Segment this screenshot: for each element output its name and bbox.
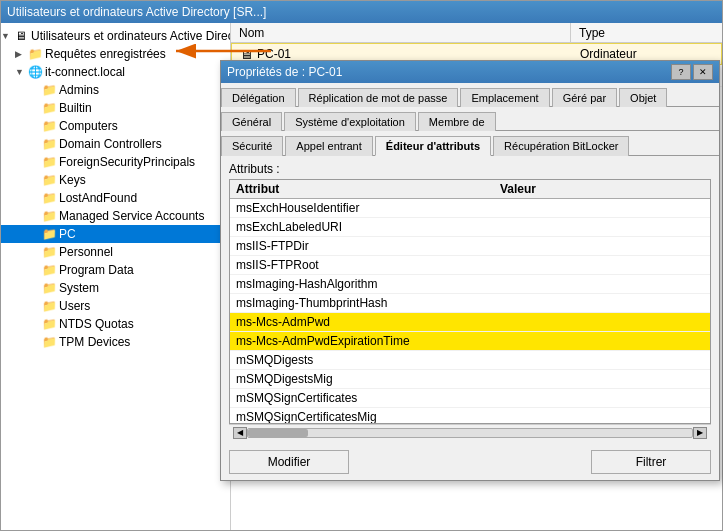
tab-emplacement[interactable]: Emplacement <box>460 88 549 107</box>
attr-value <box>494 199 710 218</box>
attr-name: msIIS-FTPDir <box>230 237 494 256</box>
attr-name: msExchHouseIdentifier <box>230 199 494 218</box>
attr-value <box>494 332 710 351</box>
attr-value <box>494 389 710 408</box>
attr-value <box>494 218 710 237</box>
attr-value <box>494 275 710 294</box>
attr-name: mSMQSignCertificatesMig <box>230 408 494 425</box>
attr-row[interactable]: mSMQSignCertificates <box>230 389 710 408</box>
tab-récupération-bitlocker[interactable]: Récupération BitLocker <box>493 136 629 156</box>
properties-dialog: Propriétés de : PC-01 ? ✕ DélégationRépl… <box>220 60 720 481</box>
hscroll-right[interactable]: ▶ <box>693 427 707 439</box>
hscroll-left[interactable]: ◀ <box>233 427 247 439</box>
tab-délégation[interactable]: Délégation <box>221 88 296 107</box>
value-col-header: Valeur <box>494 180 710 199</box>
attr-name: msImaging-ThumbprintHash <box>230 294 494 313</box>
tab-réplication-de-mot-de-passe[interactable]: Réplication de mot de passe <box>298 88 459 107</box>
filtrer-button[interactable]: Filtrer <box>591 450 711 474</box>
attr-row[interactable]: msIIS-FTPDir <box>230 237 710 256</box>
hscroll-thumb <box>248 429 308 437</box>
attr-name: msIIS-FTPRoot <box>230 256 494 275</box>
tab-système-d'exploitation[interactable]: Système d'exploitation <box>284 112 416 131</box>
hscroll-track[interactable] <box>247 428 693 438</box>
attr-row[interactable]: msExchLabeledURI <box>230 218 710 237</box>
tab-membre-de[interactable]: Membre de <box>418 112 496 131</box>
tab-appel-entrant[interactable]: Appel entrant <box>285 136 372 156</box>
attr-value <box>494 351 710 370</box>
attrs-table: Attribut Valeur msExchHouseIdentifier ms… <box>230 180 710 424</box>
attr-row[interactable]: msImaging-ThumbprintHash <box>230 294 710 313</box>
attr-row[interactable]: msIIS-FTPRoot <box>230 256 710 275</box>
attr-row[interactable]: mSMQSignCertificatesMig <box>230 408 710 425</box>
attr-value <box>494 237 710 256</box>
attr-name: mSMQDigests <box>230 351 494 370</box>
attr-name: msExchLabeledURI <box>230 218 494 237</box>
dialog-footer: Modifier Filtrer <box>221 444 719 480</box>
attr-value <box>494 313 710 332</box>
attr-name: ms-Mcs-AdmPwdExpirationTime <box>230 332 494 351</box>
tab-row-1: DélégationRéplication de mot de passeEmp… <box>221 83 719 107</box>
attr-name: mSMQSignCertificates <box>230 389 494 408</box>
attr-row[interactable]: msExchHouseIdentifier <box>230 199 710 218</box>
attrs-table-wrap[interactable]: Attribut Valeur msExchHouseIdentifier ms… <box>229 179 711 424</box>
attr-value <box>494 256 710 275</box>
attr-value <box>494 408 710 425</box>
attr-name: mSMQDigestsMig <box>230 370 494 389</box>
attr-row[interactable]: ms-Mcs-AdmPwd <box>230 313 710 332</box>
dialog-title: Propriétés de : PC-01 <box>227 65 342 79</box>
tab-éditeur-d'attributs[interactable]: Éditeur d'attributs <box>375 136 491 156</box>
tab-sécurité[interactable]: Sécurité <box>221 136 283 156</box>
attr-name: msImaging-HashAlgorithm <box>230 275 494 294</box>
tab-général[interactable]: Général <box>221 112 282 131</box>
attr-value <box>494 294 710 313</box>
attr-row[interactable]: mSMQDigestsMig <box>230 370 710 389</box>
tab-row-2: GénéralSystème d'exploitationMembre de <box>221 107 719 131</box>
modifier-button[interactable]: Modifier <box>229 450 349 474</box>
attrs-table-header: Attribut Valeur <box>230 180 710 199</box>
dialog-titlebar: Propriétés de : PC-01 ? ✕ <box>221 61 719 83</box>
attr-name: ms-Mcs-AdmPwd <box>230 313 494 332</box>
hscroll-bar[interactable]: ◀ ▶ <box>229 424 711 440</box>
attr-value <box>494 370 710 389</box>
tab-row-3: SécuritéAppel entrantÉditeur d'attributs… <box>221 131 719 156</box>
attrs-label: Attributs : <box>229 162 711 176</box>
dialog-overlay: Propriétés de : PC-01 ? ✕ DélégationRépl… <box>0 0 723 531</box>
attr-row[interactable]: mSMQDigests <box>230 351 710 370</box>
close-button[interactable]: ✕ <box>693 64 713 80</box>
dialog-title-area: Propriétés de : PC-01 <box>227 65 342 79</box>
attr-col-header: Attribut <box>230 180 494 199</box>
dialog-titlebar-buttons: ? ✕ <box>671 64 713 80</box>
tab-objet[interactable]: Objet <box>619 88 667 107</box>
attr-row[interactable]: msImaging-HashAlgorithm <box>230 275 710 294</box>
attributes-section: Attributs : Attribut Valeur msExchHouseI… <box>221 156 719 444</box>
tab-géré-par[interactable]: Géré par <box>552 88 617 107</box>
help-button[interactable]: ? <box>671 64 691 80</box>
attr-row[interactable]: ms-Mcs-AdmPwdExpirationTime <box>230 332 710 351</box>
